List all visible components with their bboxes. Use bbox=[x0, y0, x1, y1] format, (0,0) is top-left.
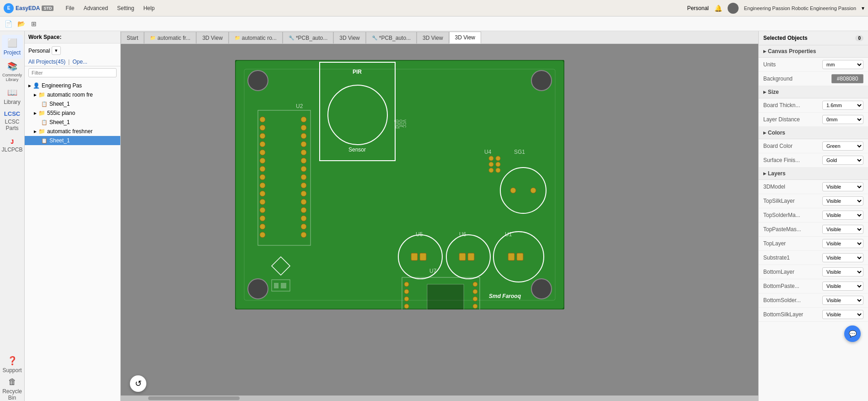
open-folder-icon[interactable]: 📂 bbox=[16, 18, 27, 29]
units-select[interactable]: mm mil inch bbox=[822, 60, 863, 69]
center-area: Start 📁 automatic fr... 3D View 📁 automa… bbox=[121, 31, 758, 401]
tab-pcb1[interactable]: 🔧 *PCB_auto... bbox=[283, 32, 333, 43]
svg-point-28 bbox=[260, 125, 265, 130]
sidebar-lcsc-label: LCSCParts bbox=[5, 119, 19, 131]
svg-point-48 bbox=[301, 166, 306, 172]
collapse-size-icon[interactable]: ▸ bbox=[763, 89, 766, 95]
layer-substrate1: Substrate1 Visible Hidden bbox=[759, 251, 868, 265]
sidebar-item-support[interactable]: ❓ Support bbox=[2, 352, 23, 376]
tab-pcb1-label: *PCB_auto... bbox=[296, 35, 327, 41]
svg-rect-83 bbox=[517, 253, 523, 260]
undo-button[interactable]: ↺ bbox=[130, 375, 146, 392]
background-color-box[interactable]: #808080 bbox=[831, 74, 863, 83]
sidebar-item-lcsc[interactable]: LCSC LCSCParts bbox=[2, 109, 23, 133]
layer-toppaste-select[interactable]: Visible Hidden bbox=[822, 225, 863, 234]
svg-point-34 bbox=[260, 174, 265, 180]
open-label[interactable]: Ope... bbox=[72, 59, 87, 65]
svg-point-46 bbox=[301, 150, 306, 155]
svg-point-29 bbox=[260, 133, 265, 139]
filter-input[interactable] bbox=[28, 68, 117, 77]
menu-help[interactable]: Help bbox=[139, 3, 159, 13]
sidebar-item-project[interactable]: ⬜ Project bbox=[2, 35, 23, 59]
tab-auto-fr-label: automatic fr... bbox=[157, 35, 190, 41]
tab-pcb2[interactable]: 🔧 *PCB_auto... bbox=[366, 32, 417, 43]
sidebar-item-jlcpcb[interactable]: J JLCPCB bbox=[2, 134, 23, 157]
tab-start[interactable]: Start bbox=[121, 32, 144, 43]
sidebar-item-lib2[interactable]: 📖 Library bbox=[2, 84, 23, 108]
expand-icon4: ▸ bbox=[34, 128, 37, 135]
scroll-thumb[interactable] bbox=[148, 396, 240, 400]
board-color-row: Board Color Green Blue Red Black White bbox=[759, 139, 868, 153]
sidebar-item-library[interactable]: 📚 CommonlyLibrary bbox=[2, 60, 23, 83]
svg-point-69 bbox=[473, 297, 477, 301]
folder-icon-piano: 📁 bbox=[38, 110, 45, 116]
folder-freshner[interactable]: ▸ 📁 automatic freshner bbox=[25, 127, 120, 136]
new-file-icon[interactable]: 📄 bbox=[3, 18, 14, 29]
file-sheet1-freshner[interactable]: 📋 Sheet_1 bbox=[25, 136, 120, 145]
svg-rect-60 bbox=[281, 283, 286, 288]
horizontal-scrollbar[interactable] bbox=[121, 396, 758, 401]
user-avatar[interactable] bbox=[728, 3, 739, 14]
notification-icon[interactable]: 🔔 bbox=[714, 5, 722, 12]
svg-point-68 bbox=[473, 289, 477, 294]
project-root[interactable]: ▸ 👤 Engineering Pas bbox=[25, 81, 120, 90]
menu-file[interactable]: File bbox=[61, 3, 79, 13]
support-chat-button[interactable]: 💬 bbox=[844, 325, 861, 342]
sidebar-item-recycle[interactable]: 🗑 RecycleBin bbox=[2, 377, 23, 401]
file-sheet1-piano[interactable]: 📋 Sheet_1 bbox=[25, 118, 120, 127]
sidebar-recycle-label: RecycleBin bbox=[2, 388, 22, 401]
layer-toppaste-label: TopPasteMas... bbox=[763, 226, 820, 233]
background-color-value: #808080 bbox=[837, 76, 858, 82]
tab-auto-ro[interactable]: 📁 automatic ro... bbox=[229, 32, 283, 43]
layer-topsolder-select[interactable]: Visible Hidden bbox=[822, 211, 863, 220]
layer-topsilk-select[interactable]: Visible Hidden bbox=[822, 196, 863, 206]
layer-bottompaste-select[interactable]: Visible Hidden bbox=[822, 282, 863, 291]
user-dropdown-icon[interactable]: ▾ bbox=[862, 5, 864, 11]
layer-topsilk: TopSilkLayer Visible Hidden bbox=[759, 194, 868, 208]
layer-bottomsilk-select[interactable]: Visible Hidden bbox=[822, 310, 863, 319]
menu-setting[interactable]: Setting bbox=[113, 3, 139, 13]
folder-piano[interactable]: ▸ 📁 555ic piano bbox=[25, 108, 120, 118]
right-panel: Selected Objects 0 ▸ Canvas Properties U… bbox=[758, 31, 868, 401]
layer-toplayer-select[interactable]: Visible Hidden bbox=[822, 239, 863, 248]
tab-3dview1[interactable]: 3D View bbox=[196, 32, 228, 43]
svg-point-17 bbox=[489, 162, 493, 167]
file-sheet1-room-label: Sheet_1 bbox=[49, 101, 70, 107]
layer-bottomsilk-label: BottomSilkLayer bbox=[763, 311, 820, 318]
workspace-dropdown[interactable]: ▾ bbox=[52, 46, 61, 55]
folder-room[interactable]: ▸ 📁 automatic room fre bbox=[25, 90, 120, 99]
colors-section-title: ▸ Colors bbox=[759, 127, 868, 139]
topbar: E EasyEDA STD File Advanced Setting Help… bbox=[0, 0, 868, 16]
panel-header: Work Space: bbox=[25, 31, 120, 43]
file-sheet1-room[interactable]: 📋 Sheet_1 bbox=[25, 99, 120, 108]
collapse-canvas-icon[interactable]: ▸ bbox=[763, 48, 766, 54]
collapse-colors-icon[interactable]: ▸ bbox=[763, 130, 766, 136]
tab-3dview3[interactable]: 3D View bbox=[417, 32, 449, 43]
layer-3dmodel-select[interactable]: Visible Hidden bbox=[822, 182, 863, 191]
surface-finish-select[interactable]: Gold HASL ENIG bbox=[822, 156, 863, 165]
board-color-select[interactable]: Green Blue Red Black White bbox=[822, 141, 863, 151]
layer-toppaste: TopPasteMas... Visible Hidden bbox=[759, 222, 868, 237]
tab-3dview3-label: 3D View bbox=[423, 35, 443, 41]
canvas-area[interactable]: PIR Sensor U3 gnd out vcc U4 bbox=[121, 44, 758, 401]
svg-point-2 bbox=[248, 70, 268, 91]
expand-icon: ▸ bbox=[28, 82, 31, 89]
layer-toplayer-label: TopLayer bbox=[763, 240, 820, 247]
layer-substrate1-select[interactable]: Visible Hidden bbox=[822, 253, 863, 262]
tab-auto-fr[interactable]: 📁 automatic fr... bbox=[144, 32, 196, 43]
svg-point-42 bbox=[301, 117, 306, 122]
layer-bottomlayer-select[interactable]: Visible Hidden bbox=[822, 267, 863, 276]
layers-icon[interactable]: ⊞ bbox=[28, 18, 39, 29]
layer-3dmodel-label: 3DModel bbox=[763, 184, 820, 190]
board-thickness-select[interactable]: 1.6mm 0.8mm 2.0mm bbox=[822, 101, 863, 110]
units-row: Units mm mil inch bbox=[759, 58, 868, 72]
app-logo[interactable]: E EasyEDA STD bbox=[4, 3, 54, 13]
file-sheet1-piano-label: Sheet_1 bbox=[49, 119, 70, 125]
tab-3dview2[interactable]: 3D View bbox=[333, 32, 365, 43]
collapse-layers-icon[interactable]: ▸ bbox=[763, 170, 766, 177]
tab-3dview4[interactable]: 3D View bbox=[449, 32, 481, 43]
layer-bottomsolder-select[interactable]: Visible Hidden bbox=[822, 296, 863, 305]
layer-distance-select[interactable]: 0mm 1mm 2mm bbox=[822, 115, 863, 124]
menu-advanced[interactable]: Advanced bbox=[79, 3, 113, 13]
svg-text:U2: U2 bbox=[296, 103, 303, 109]
